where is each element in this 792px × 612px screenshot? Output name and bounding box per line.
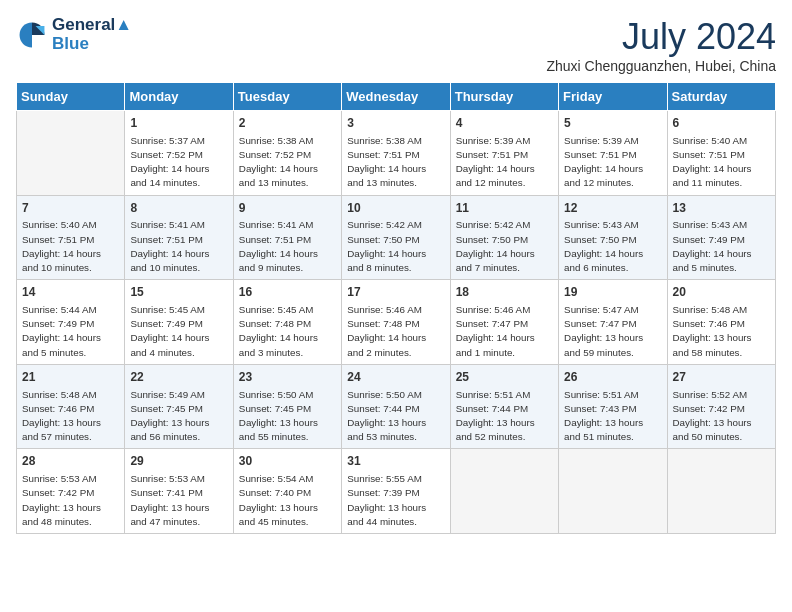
day-info: Sunrise: 5:42 AMSunset: 7:50 PMDaylight:… <box>456 218 553 275</box>
day-number: 21 <box>22 369 119 386</box>
day-number: 11 <box>456 200 553 217</box>
day-info: Sunrise: 5:41 AMSunset: 7:51 PMDaylight:… <box>130 218 227 275</box>
day-info: Sunrise: 5:47 AMSunset: 7:47 PMDaylight:… <box>564 303 661 360</box>
week-row-2: 7Sunrise: 5:40 AMSunset: 7:51 PMDaylight… <box>17 195 776 280</box>
day-number: 30 <box>239 453 336 470</box>
day-number: 10 <box>347 200 444 217</box>
day-info: Sunrise: 5:43 AMSunset: 7:49 PMDaylight:… <box>673 218 770 275</box>
day-info: Sunrise: 5:48 AMSunset: 7:46 PMDaylight:… <box>673 303 770 360</box>
day-info: Sunrise: 5:50 AMSunset: 7:44 PMDaylight:… <box>347 388 444 445</box>
week-row-5: 28Sunrise: 5:53 AMSunset: 7:42 PMDayligh… <box>17 449 776 534</box>
day-info: Sunrise: 5:45 AMSunset: 7:49 PMDaylight:… <box>130 303 227 360</box>
day-info: Sunrise: 5:48 AMSunset: 7:46 PMDaylight:… <box>22 388 119 445</box>
calendar-cell <box>17 111 125 196</box>
day-info: Sunrise: 5:37 AMSunset: 7:52 PMDaylight:… <box>130 134 227 191</box>
day-info: Sunrise: 5:53 AMSunset: 7:41 PMDaylight:… <box>130 472 227 529</box>
day-number: 3 <box>347 115 444 132</box>
day-info: Sunrise: 5:38 AMSunset: 7:51 PMDaylight:… <box>347 134 444 191</box>
day-number: 17 <box>347 284 444 301</box>
day-number: 22 <box>130 369 227 386</box>
week-row-4: 21Sunrise: 5:48 AMSunset: 7:46 PMDayligh… <box>17 364 776 449</box>
calendar-cell: 20Sunrise: 5:48 AMSunset: 7:46 PMDayligh… <box>667 280 775 365</box>
day-info: Sunrise: 5:44 AMSunset: 7:49 PMDaylight:… <box>22 303 119 360</box>
day-number: 27 <box>673 369 770 386</box>
calendar-cell: 31Sunrise: 5:55 AMSunset: 7:39 PMDayligh… <box>342 449 450 534</box>
day-header-wednesday: Wednesday <box>342 83 450 111</box>
day-info: Sunrise: 5:51 AMSunset: 7:43 PMDaylight:… <box>564 388 661 445</box>
calendar-cell: 30Sunrise: 5:54 AMSunset: 7:40 PMDayligh… <box>233 449 341 534</box>
day-info: Sunrise: 5:43 AMSunset: 7:50 PMDaylight:… <box>564 218 661 275</box>
day-info: Sunrise: 5:55 AMSunset: 7:39 PMDaylight:… <box>347 472 444 529</box>
day-info: Sunrise: 5:50 AMSunset: 7:45 PMDaylight:… <box>239 388 336 445</box>
day-number: 13 <box>673 200 770 217</box>
calendar-cell: 27Sunrise: 5:52 AMSunset: 7:42 PMDayligh… <box>667 364 775 449</box>
day-number: 2 <box>239 115 336 132</box>
page-header: General▲ Blue July 2024 Zhuxi Chengguanz… <box>16 16 776 74</box>
day-header-friday: Friday <box>559 83 667 111</box>
calendar-table: SundayMondayTuesdayWednesdayThursdayFrid… <box>16 82 776 534</box>
calendar-cell: 23Sunrise: 5:50 AMSunset: 7:45 PMDayligh… <box>233 364 341 449</box>
calendar-cell <box>450 449 558 534</box>
day-number: 14 <box>22 284 119 301</box>
day-number: 4 <box>456 115 553 132</box>
calendar-cell: 9Sunrise: 5:41 AMSunset: 7:51 PMDaylight… <box>233 195 341 280</box>
calendar-cell: 11Sunrise: 5:42 AMSunset: 7:50 PMDayligh… <box>450 195 558 280</box>
day-number: 29 <box>130 453 227 470</box>
calendar-cell: 16Sunrise: 5:45 AMSunset: 7:48 PMDayligh… <box>233 280 341 365</box>
day-number: 18 <box>456 284 553 301</box>
calendar-cell: 12Sunrise: 5:43 AMSunset: 7:50 PMDayligh… <box>559 195 667 280</box>
day-number: 19 <box>564 284 661 301</box>
day-header-saturday: Saturday <box>667 83 775 111</box>
day-number: 31 <box>347 453 444 470</box>
day-number: 6 <box>673 115 770 132</box>
calendar-cell: 29Sunrise: 5:53 AMSunset: 7:41 PMDayligh… <box>125 449 233 534</box>
day-info: Sunrise: 5:52 AMSunset: 7:42 PMDaylight:… <box>673 388 770 445</box>
calendar-cell: 28Sunrise: 5:53 AMSunset: 7:42 PMDayligh… <box>17 449 125 534</box>
day-number: 25 <box>456 369 553 386</box>
day-info: Sunrise: 5:46 AMSunset: 7:47 PMDaylight:… <box>456 303 553 360</box>
calendar-cell: 7Sunrise: 5:40 AMSunset: 7:51 PMDaylight… <box>17 195 125 280</box>
logo-icon <box>16 19 48 51</box>
title-block: July 2024 Zhuxi Chengguanzhen, Hubei, Ch… <box>546 16 776 74</box>
calendar-cell <box>559 449 667 534</box>
calendar-header-row: SundayMondayTuesdayWednesdayThursdayFrid… <box>17 83 776 111</box>
calendar-cell: 2Sunrise: 5:38 AMSunset: 7:52 PMDaylight… <box>233 111 341 196</box>
location: Zhuxi Chengguanzhen, Hubei, China <box>546 58 776 74</box>
week-row-3: 14Sunrise: 5:44 AMSunset: 7:49 PMDayligh… <box>17 280 776 365</box>
calendar-cell: 8Sunrise: 5:41 AMSunset: 7:51 PMDaylight… <box>125 195 233 280</box>
day-number: 20 <box>673 284 770 301</box>
day-info: Sunrise: 5:54 AMSunset: 7:40 PMDaylight:… <box>239 472 336 529</box>
day-header-tuesday: Tuesday <box>233 83 341 111</box>
calendar-cell: 18Sunrise: 5:46 AMSunset: 7:47 PMDayligh… <box>450 280 558 365</box>
day-number: 15 <box>130 284 227 301</box>
calendar-cell: 19Sunrise: 5:47 AMSunset: 7:47 PMDayligh… <box>559 280 667 365</box>
week-row-1: 1Sunrise: 5:37 AMSunset: 7:52 PMDaylight… <box>17 111 776 196</box>
day-info: Sunrise: 5:38 AMSunset: 7:52 PMDaylight:… <box>239 134 336 191</box>
calendar-cell: 10Sunrise: 5:42 AMSunset: 7:50 PMDayligh… <box>342 195 450 280</box>
day-info: Sunrise: 5:39 AMSunset: 7:51 PMDaylight:… <box>564 134 661 191</box>
day-header-monday: Monday <box>125 83 233 111</box>
logo-text: General▲ Blue <box>52 16 132 53</box>
calendar-cell: 21Sunrise: 5:48 AMSunset: 7:46 PMDayligh… <box>17 364 125 449</box>
calendar-cell: 14Sunrise: 5:44 AMSunset: 7:49 PMDayligh… <box>17 280 125 365</box>
calendar-cell: 5Sunrise: 5:39 AMSunset: 7:51 PMDaylight… <box>559 111 667 196</box>
day-number: 26 <box>564 369 661 386</box>
calendar-cell: 17Sunrise: 5:46 AMSunset: 7:48 PMDayligh… <box>342 280 450 365</box>
day-header-sunday: Sunday <box>17 83 125 111</box>
day-info: Sunrise: 5:39 AMSunset: 7:51 PMDaylight:… <box>456 134 553 191</box>
calendar-cell: 25Sunrise: 5:51 AMSunset: 7:44 PMDayligh… <box>450 364 558 449</box>
day-number: 8 <box>130 200 227 217</box>
day-info: Sunrise: 5:40 AMSunset: 7:51 PMDaylight:… <box>22 218 119 275</box>
calendar-cell: 15Sunrise: 5:45 AMSunset: 7:49 PMDayligh… <box>125 280 233 365</box>
day-number: 1 <box>130 115 227 132</box>
calendar-cell: 6Sunrise: 5:40 AMSunset: 7:51 PMDaylight… <box>667 111 775 196</box>
calendar-cell: 24Sunrise: 5:50 AMSunset: 7:44 PMDayligh… <box>342 364 450 449</box>
calendar-cell: 4Sunrise: 5:39 AMSunset: 7:51 PMDaylight… <box>450 111 558 196</box>
day-number: 12 <box>564 200 661 217</box>
day-info: Sunrise: 5:46 AMSunset: 7:48 PMDaylight:… <box>347 303 444 360</box>
day-info: Sunrise: 5:42 AMSunset: 7:50 PMDaylight:… <box>347 218 444 275</box>
day-number: 16 <box>239 284 336 301</box>
day-header-thursday: Thursday <box>450 83 558 111</box>
day-number: 7 <box>22 200 119 217</box>
day-number: 28 <box>22 453 119 470</box>
